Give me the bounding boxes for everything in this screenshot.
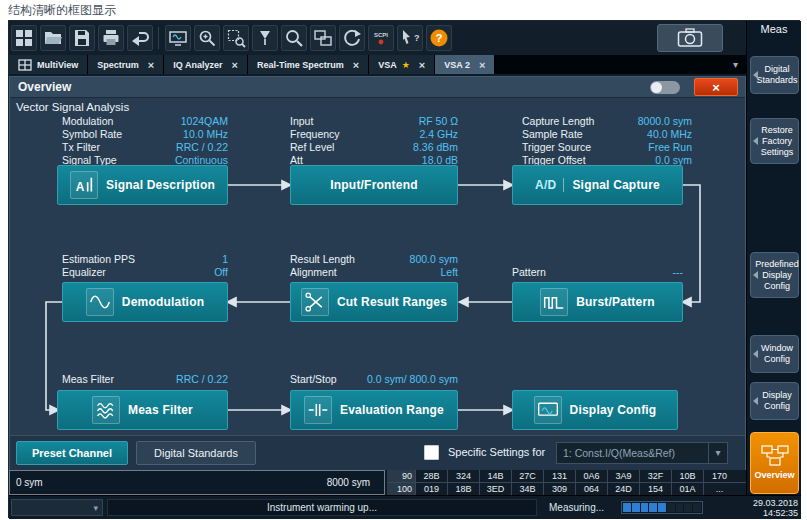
table-cell: 24D bbox=[607, 483, 639, 495]
zoom-area-icon[interactable] bbox=[223, 25, 249, 51]
tab-close-icon[interactable]: × bbox=[419, 59, 425, 71]
tab-close-icon[interactable]: × bbox=[479, 59, 485, 71]
tab-label: Real-Time Spectrum bbox=[257, 60, 344, 70]
multiview-grid-icon bbox=[18, 59, 32, 71]
save-icon[interactable] bbox=[69, 25, 95, 51]
tab-label: VSA bbox=[378, 60, 397, 70]
demodulation-params: Estimation PPS1 EqualizerOff bbox=[62, 253, 228, 279]
print-icon[interactable] bbox=[98, 25, 124, 51]
tab-iq-analyzer[interactable]: IQ Analyzer × bbox=[164, 55, 248, 74]
table-cell: 3ED bbox=[479, 483, 511, 495]
signal-description-button[interactable]: A Signal Description bbox=[57, 165, 228, 205]
param-row: Start/Stop0.0 sym/ 800.0 sym bbox=[290, 373, 458, 386]
tab-label: Spectrum bbox=[97, 60, 139, 70]
status-message: Instrument warming up... bbox=[107, 499, 537, 516]
table-cell: 3A9 bbox=[607, 470, 639, 482]
tab-vsa[interactable]: VSA ★ × bbox=[369, 55, 435, 74]
table-cell: ... bbox=[703, 483, 735, 495]
param-row: Symbol Rate10.0 MHz bbox=[62, 128, 228, 141]
softkey-label: Restore Factory Settings bbox=[758, 125, 796, 158]
input-frontend-button[interactable]: Input/Frontend bbox=[290, 165, 458, 205]
evaluation-range-params: Start/Stop0.0 sym/ 800.0 sym bbox=[290, 373, 458, 386]
tab-real-time-spectrum[interactable]: Real-Time Spectrum × bbox=[248, 55, 369, 74]
signal-capture-params: Capture Length8000.0 sym Sample Rate40.0… bbox=[522, 115, 692, 167]
signal-capture-button[interactable]: A/D Signal Capture bbox=[512, 165, 683, 205]
block-label: Demodulation bbox=[122, 295, 204, 309]
symbol-table: 90 28B 324 14B 27C 131 0A6 3A9 32F 10B 1… bbox=[387, 470, 746, 495]
date-label: 29.03.2018 bbox=[728, 498, 798, 508]
meas-filter-params: Meas FilterRRC / 0.22 bbox=[62, 373, 228, 386]
tab-close-icon[interactable]: × bbox=[353, 59, 359, 71]
table-cell: 324 bbox=[447, 470, 479, 482]
burst-pattern-params: Pattern--- bbox=[512, 266, 683, 279]
ad-converter-icon: A/D bbox=[535, 178, 564, 192]
softkey-window-config[interactable]: Window Config bbox=[750, 335, 799, 373]
open-file-icon[interactable] bbox=[40, 25, 66, 51]
toolbar-separator bbox=[158, 27, 159, 49]
tab-overflow-button[interactable]: ▾ bbox=[725, 55, 746, 74]
display-config-button[interactable]: Display Config bbox=[512, 390, 678, 430]
softkey-restore-factory-settings[interactable]: Restore Factory Settings bbox=[750, 118, 799, 164]
softkey-display-config[interactable]: Display Config bbox=[750, 382, 799, 420]
tab-vsa-2[interactable]: VSA 2 × bbox=[435, 55, 495, 74]
zoom-in-icon[interactable] bbox=[194, 25, 220, 51]
softkey-digital-standards[interactable]: Digital Standards bbox=[750, 56, 799, 94]
search-icon[interactable] bbox=[281, 25, 307, 51]
refresh-icon[interactable] bbox=[339, 25, 365, 51]
block-label: Signal Description bbox=[106, 178, 215, 192]
marker-icon[interactable] bbox=[252, 25, 278, 51]
scpi-recorder-icon[interactable]: SCPI bbox=[368, 25, 394, 51]
tab-close-icon[interactable]: × bbox=[148, 59, 154, 71]
block-label: Burst/Pattern bbox=[576, 295, 655, 309]
softkey-label: Display Config bbox=[758, 390, 796, 412]
input-frontend-params: InputRF 50 Ω Frequency2.4 GHz Ref Level8… bbox=[290, 115, 458, 167]
table-row: 90 28B 324 14B 27C 131 0A6 3A9 32F 10B 1… bbox=[387, 470, 746, 483]
help-icon[interactable]: ? bbox=[426, 25, 452, 51]
capture-start-label: 0 sym bbox=[16, 477, 43, 488]
meas-filter-button[interactable]: Meas Filter bbox=[57, 390, 228, 430]
softkey-arrow-icon bbox=[753, 350, 758, 358]
measuring-label: Measuring... bbox=[549, 502, 604, 513]
tab-spectrum[interactable]: Spectrum × bbox=[88, 55, 164, 74]
screenshot-button[interactable] bbox=[657, 24, 723, 52]
param-row: Frequency2.4 GHz bbox=[290, 128, 458, 141]
table-cell: 10B bbox=[671, 470, 703, 482]
capture-end-label: 8000 sym bbox=[327, 477, 370, 488]
block-label: Evaluation Range bbox=[340, 403, 444, 417]
table-cell: 32F bbox=[639, 470, 671, 482]
display-screenshot-icon[interactable] bbox=[165, 25, 191, 51]
softkey-predefined-display-config[interactable]: Predefined Display Config bbox=[750, 252, 799, 298]
undo-icon[interactable] bbox=[127, 25, 153, 51]
cut-result-ranges-button[interactable]: Cut Result Ranges bbox=[290, 282, 458, 322]
param-row: Modulation1024QAM bbox=[62, 115, 228, 128]
tab-close-icon[interactable]: × bbox=[231, 59, 237, 71]
split-windows-icon[interactable] bbox=[310, 25, 336, 51]
param-row: AlignmentLeft bbox=[290, 266, 458, 279]
table-row: 100 019 18B 3ED 34B 309 064 24D 154 01A … bbox=[387, 483, 746, 495]
table-cell: 064 bbox=[575, 483, 607, 495]
app-menu-icon[interactable] bbox=[11, 25, 37, 51]
demodulation-wave-icon bbox=[86, 288, 114, 316]
block-label: Meas Filter bbox=[128, 403, 193, 417]
softkey-arrow-icon bbox=[753, 397, 758, 405]
param-row: Pattern--- bbox=[512, 266, 683, 279]
range-markers-icon bbox=[304, 396, 332, 424]
table-cell: 170 bbox=[703, 470, 735, 482]
context-help-icon[interactable]: ? bbox=[397, 25, 423, 51]
camera-icon bbox=[677, 27, 703, 49]
demodulation-button[interactable]: Demodulation bbox=[62, 282, 228, 322]
table-cell: 154 bbox=[639, 483, 671, 495]
screenshot-page: 结构清晰的框图显示 bbox=[0, 0, 807, 520]
scissors-icon bbox=[301, 288, 329, 316]
table-cell: 18B bbox=[447, 483, 479, 495]
evaluation-range-button[interactable]: Evaluation Range bbox=[290, 390, 458, 430]
time-label: 14:52:35 bbox=[728, 508, 798, 518]
row-index: 100 bbox=[387, 483, 415, 495]
cut-result-params: Result Length800.0 sym AlignmentLeft bbox=[290, 253, 458, 279]
tab-multiview[interactable]: MultiView bbox=[9, 55, 88, 74]
svg-text:?: ? bbox=[414, 33, 420, 43]
softkey-overview[interactable]: Overview bbox=[750, 432, 799, 494]
status-dropdown[interactable]: ▾ bbox=[11, 499, 103, 516]
favorite-star-icon: ★ bbox=[402, 60, 410, 70]
burst-pattern-button[interactable]: Burst/Pattern bbox=[512, 282, 683, 322]
